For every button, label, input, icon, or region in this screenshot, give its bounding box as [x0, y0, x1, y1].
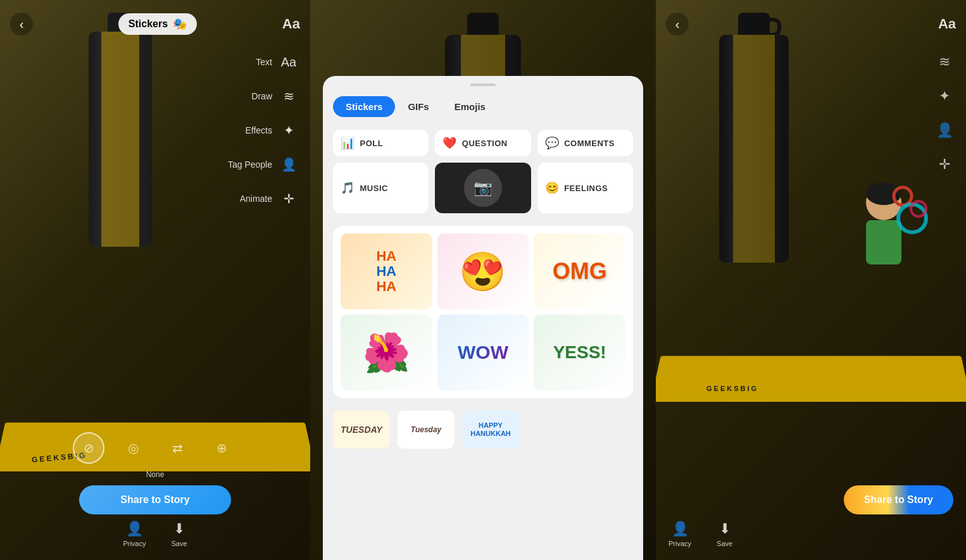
share-to-story-button-left[interactable]: Share to Story: [79, 485, 231, 514]
feelings-label: FEELINGS: [564, 184, 608, 193]
tool-draw-label: Draw: [251, 91, 272, 101]
right-bottle: [719, 13, 789, 263]
tool-animate[interactable]: Animate ✛: [228, 187, 300, 210]
music-icon: 🎵: [341, 181, 355, 195]
feelings-icon: 😊: [545, 181, 560, 195]
right-bottom-actions: 👤 Privacy ⬇ Save: [656, 521, 953, 547]
save-action-right[interactable]: ⬇ Save: [717, 521, 732, 547]
tool-draw-icon: ≋: [277, 85, 300, 108]
tab-emojis[interactable]: Emojis: [442, 96, 498, 117]
hanukkah-sticker[interactable]: HAPPYHANUKKAH: [462, 411, 519, 449]
music-option[interactable]: 🎵 MUSIC: [333, 163, 429, 213]
sticker-yess[interactable]: YESS!: [534, 314, 625, 390]
right-bottom: Share to Story 👤 Privacy ⬇ Save: [656, 485, 966, 547]
save-icon-right: ⬇: [719, 521, 731, 537]
sticker-wow[interactable]: WOW: [437, 314, 529, 390]
save-label-left: Save: [171, 540, 187, 547]
filter-label-row: None: [146, 470, 165, 479]
stickers-pill[interactable]: Stickers 🎭: [118, 13, 197, 35]
bitmoji-sticker[interactable]: [839, 177, 928, 303]
tool-effects-label: Effects: [245, 125, 272, 135]
filter-none[interactable]: ⊘: [73, 432, 104, 464]
sticker-haha[interactable]: HA HA HA: [341, 233, 432, 309]
privacy-label-left: Privacy: [123, 540, 146, 547]
poll-option[interactable]: 📊 POLL: [333, 130, 429, 156]
tool-text[interactable]: Text Aa: [228, 51, 300, 73]
tool-animate-label: Animate: [240, 194, 272, 204]
privacy-icon-left: 👤: [126, 521, 143, 537]
privacy-action-left[interactable]: 👤 Privacy: [123, 521, 146, 547]
bottom-actions-left: 👤 Privacy ⬇ Save: [123, 521, 187, 547]
tool-text-label: Text: [256, 57, 272, 67]
filter-plus-icon: ⊕: [216, 440, 227, 456]
privacy-action-right[interactable]: 👤 Privacy: [668, 521, 691, 547]
sheet-handle: [470, 84, 496, 86]
filter-circle[interactable]: ◎: [117, 432, 149, 464]
left-tools: Text Aa Draw ≋ Effects ✦ Tag People 👤 An…: [228, 51, 300, 210]
stickers-pill-icon: 🎭: [173, 17, 187, 31]
tuesday-sticker[interactable]: TUESDAY: [333, 411, 390, 449]
question-icon: ❤️: [442, 136, 457, 150]
tool-draw[interactable]: Draw ≋: [228, 85, 300, 108]
tuesday-cursive-sticker[interactable]: Tuesday: [398, 411, 455, 449]
sticker-options-grid: 📊 POLL ❤️ QUESTION 💬 COMMENTS 🎵 MUSIC 📷: [323, 122, 643, 221]
tool-effects[interactable]: Effects ✦: [228, 119, 300, 142]
right-yellow-mat: [656, 356, 966, 402]
sticker-flower-content: 🌺: [341, 314, 432, 390]
center-bottle-cap: [467, 13, 499, 35]
tool-text-icon: Aa: [277, 51, 300, 73]
tool-tag[interactable]: Tag People 👤: [228, 153, 300, 176]
bitmoji-svg: [839, 177, 928, 291]
center-panel: Stickers GIFs Emojis 📊 POLL ❤️ QUESTION …: [310, 0, 656, 560]
right-draw-icon[interactable]: ≋: [933, 51, 956, 73]
comments-icon: 💬: [545, 136, 560, 150]
sticker-wow-content: WOW: [437, 314, 529, 390]
privacy-icon-right: 👤: [672, 521, 689, 537]
tab-gifs[interactable]: GIFs: [395, 96, 441, 117]
flower-emoji: 🌺: [363, 330, 410, 375]
ha-text: HA HA HA: [376, 249, 396, 295]
filter-swap[interactable]: ⇄: [161, 432, 193, 464]
text-tool-btn-left[interactable]: Aa: [282, 16, 300, 32]
question-label: QUESTION: [462, 139, 508, 148]
bottle-art-left: [76, 13, 165, 278]
tab-stickers[interactable]: Stickers: [333, 96, 395, 117]
save-label-right: Save: [717, 540, 732, 547]
tool-tag-icon: 👤: [277, 153, 300, 176]
filter-none-icon: ⊘: [84, 440, 94, 456]
text-tool-btn-right[interactable]: Aa: [938, 16, 956, 32]
save-action-left[interactable]: ⬇ Save: [171, 521, 187, 547]
selfie-icon: 📷: [474, 179, 493, 197]
left-panel: GEEKSBIG ‹ Stickers 🎭 Aa Text Aa Draw ≋ …: [0, 0, 310, 560]
filter-circle-icon: ◎: [128, 440, 139, 456]
share-to-story-label-right: Share to Story: [864, 494, 933, 505]
right-tools: ≋ ✦ 👤 ✛: [933, 51, 956, 176]
right-back-button[interactable]: ‹: [666, 13, 689, 35]
right-effects-icon[interactable]: ✦: [933, 85, 956, 108]
feelings-option[interactable]: 😊 FEELINGS: [537, 163, 633, 213]
share-to-story-button-right[interactable]: Share to Story: [844, 485, 953, 514]
bottle-body: [89, 32, 152, 247]
left-back-button[interactable]: ‹: [10, 13, 33, 35]
sticker-omg[interactable]: OMG: [534, 233, 625, 309]
comments-label: COMMENTS: [564, 139, 615, 148]
sticker-strip: TUESDAY Tuesday HAPPYHANUKKAH: [323, 403, 643, 456]
filter-none-label: None: [146, 470, 165, 479]
sticker-love-content: 😍: [437, 233, 529, 309]
right-animate-icon[interactable]: ✛: [933, 153, 956, 176]
tool-tag-label: Tag People: [228, 159, 272, 170]
comments-option[interactable]: 💬 COMMENTS: [537, 130, 633, 156]
poll-label: POLL: [360, 139, 384, 148]
selfie-option[interactable]: 📷: [435, 163, 530, 213]
save-icon-left: ⬇: [173, 521, 185, 537]
question-option[interactable]: ❤️ QUESTION: [435, 130, 530, 156]
sticker-love-eyes[interactable]: 😍: [437, 233, 529, 309]
yess-text: YESS!: [553, 342, 606, 363]
sticker-flower-crown[interactable]: 🌺: [341, 314, 432, 390]
tool-effects-icon: ✦: [277, 119, 300, 142]
filter-plus[interactable]: ⊕: [206, 432, 237, 464]
right-bottle-stripe: [733, 35, 775, 263]
sheet-tabs: Stickers GIFs Emojis: [323, 91, 643, 122]
right-panel: GEEKSBIG ‹ Aa ≋ ✦ 👤 ✛ Share to Story: [656, 0, 966, 560]
right-tag-icon[interactable]: 👤: [933, 119, 956, 142]
